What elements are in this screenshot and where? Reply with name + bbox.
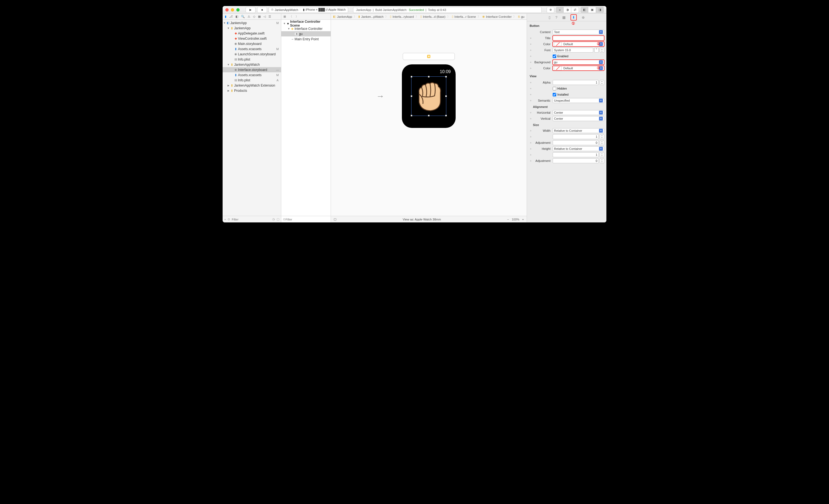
jump-bar[interactable]: ◧ JankenApp〉▮ Janken...pWatch〉▯ Interfa.… [331,14,527,20]
breadcrumb-item[interactable]: Janken...pWatch [361,15,384,18]
font-stepper[interactable]: ▴▾ [600,48,604,52]
debug-nav-icon[interactable]: ▦ [258,15,261,18]
nav-item[interactable]: ▼▮JankenAppWatch [223,62,281,67]
breadcrumb-item[interactable]: Interfa...ryboard [393,15,414,18]
file-inspector-tab[interactable]: ▯ [548,15,550,20]
scheme-selector[interactable]: ⌚︎ JankenAppWatch 〉 ▮ iPhone + ███ のAppl… [269,7,348,13]
breadcrumb-item[interactable]: Interface Controller [486,15,512,18]
nav-item[interactable]: ▤Info.plistA [223,78,281,83]
outline-item[interactable]: ▼■Interface Controller Scene [281,21,331,26]
identity-inspector-tab[interactable]: ▦ [562,15,566,20]
outline-item[interactable]: →Main Entry Point [281,36,331,42]
zoom-icon[interactable] [236,8,240,11]
semantic-select[interactable]: Unspecified▾ [553,98,604,103]
navigator-filter-input[interactable] [232,218,271,221]
title-input[interactable] [553,36,604,41]
show-inspector-button[interactable]: ◨ [596,7,604,13]
attributes-inspector-tab[interactable]: ⬇ ① [571,14,577,21]
width-adj-stepper[interactable]: ▴▾ [600,140,604,145]
view-as-label[interactable]: View as: Apple Watch 38mm [341,218,503,221]
test-nav-icon[interactable]: ◇ [253,15,255,18]
scene-header[interactable]: ◉ [403,53,455,60]
close-icon[interactable] [225,8,229,11]
device-config-icon[interactable]: ▢ [334,218,336,221]
ib-canvas[interactable]: ◉ → 10:09 [331,20,527,216]
content-select[interactable]: Text▾ [553,30,604,35]
hidden-checkbox[interactable] [553,87,556,90]
size-inspector-tab[interactable]: ⊕ [582,15,585,20]
font-picker-button[interactable]: T [594,48,599,52]
height-stepper[interactable]: ▴▾ [600,152,604,157]
nav-item[interactable]: ◉LaunchScreen.storyboard [223,51,281,57]
issue-nav-icon[interactable]: ⚠ [248,15,250,18]
outline-grid-icon[interactable]: ⊞ [284,15,286,18]
horizontal-select[interactable]: Center▾ [553,110,604,115]
selection-handle[interactable] [428,115,430,116]
show-debug-button[interactable]: ▣ [588,7,596,13]
run-button[interactable]: ▶ [246,7,255,13]
outline-filter-input[interactable] [285,218,329,221]
breadcrumb-item[interactable]: Interfa...r Scene [455,15,476,18]
height-adj-input[interactable] [553,158,599,163]
vertical-select[interactable]: Center▾ [553,116,604,121]
find-nav-icon[interactable]: 🔍 [241,15,245,18]
selection-handle[interactable] [411,95,412,97]
breadcrumb-item[interactable]: JankenApp [337,15,352,18]
project-nav-icon[interactable]: ▮ [225,15,226,18]
gu-button[interactable] [411,76,446,116]
assistant-editor-button[interactable]: ◑ [564,7,571,13]
selection-handle[interactable] [445,115,447,116]
alpha-input[interactable] [553,80,599,85]
nav-item[interactable]: ▮Assets.xcassetsM [223,46,281,51]
nav-item[interactable]: ◆ViewController.swift [223,36,281,41]
outline-fwd-icon[interactable]: 〉 [295,14,298,18]
selection-handle[interactable] [411,115,412,116]
width-value-input[interactable] [553,134,599,139]
zoom-in-button[interactable]: + [522,218,524,221]
nav-item[interactable]: ▶▮JankenAppWatch Extension [223,83,281,88]
nav-item[interactable]: ◆AppDelegate.swift [223,31,281,36]
nav-item[interactable]: ◉Interface.storyboard— [223,67,281,72]
add-icon[interactable]: + [224,218,226,221]
selection-handle[interactable] [445,76,447,78]
width-stepper[interactable]: ▴▾ [600,134,604,139]
show-navigator-button[interactable]: ◧ [581,7,588,13]
outline-item[interactable]: Bgu [281,31,331,36]
installed-checkbox[interactable] [553,93,556,96]
breadcrumb-item[interactable]: gu [521,15,525,18]
nav-item[interactable]: ▤Info.plist [223,57,281,62]
nav-item[interactable]: ▼▮JankenApp [223,26,281,31]
height-adj-stepper[interactable]: ▴▾ [600,158,604,163]
symbol-nav-icon[interactable]: ◧ [236,15,238,18]
outline-back-icon[interactable]: 〈 [289,14,292,18]
stop-button[interactable]: ■ [257,7,267,13]
clock-icon[interactable]: ◷ [272,218,275,221]
nav-item[interactable]: ▮Assets.xcassetsM [223,72,281,78]
version-editor-button[interactable]: ⇄ [571,7,579,13]
height-select[interactable]: Relative to Container▾ [553,146,604,151]
scm-filter-icon[interactable]: ▢ [277,218,279,221]
background-select[interactable]: gu▾ [553,60,604,65]
width-adj-input[interactable] [553,140,599,145]
project-tree[interactable]: ▼◧JankenAppM▼▮JankenApp◆AppDelegate.swif… [223,20,281,216]
outline-tree[interactable]: ▼■Interface Controller Scene▼◉Interface … [281,20,331,216]
selection-handle[interactable] [411,76,412,78]
height-value-input[interactable] [553,152,599,157]
standard-editor-button[interactable]: ≡ [556,7,564,13]
alpha-stepper[interactable]: ▴▾ [600,80,604,85]
library-button[interactable]: ⊕ [547,7,554,13]
source-control-nav-icon[interactable]: ⎇ [229,15,233,18]
selection-handle[interactable] [445,95,447,97]
enabled-checkbox[interactable] [553,54,556,58]
minimize-icon[interactable] [231,8,234,11]
bg-color-select[interactable]: Default▾ [553,66,604,71]
nav-item[interactable]: ◉Main.storyboard [223,41,281,46]
nav-item[interactable]: ▶▮Products [223,88,281,93]
help-inspector-tab[interactable]: ? [555,15,557,20]
width-select[interactable]: Relative to Container▾ [553,128,604,133]
nav-item[interactable]: ▼◧JankenAppM [223,20,281,26]
breakpoint-nav-icon[interactable]: ◁ [263,15,266,18]
color-select[interactable]: Default▾ [553,42,604,46]
breadcrumb-item[interactable]: Interfa...d (Base) [423,15,445,18]
zoom-out-button[interactable]: − [507,218,509,221]
